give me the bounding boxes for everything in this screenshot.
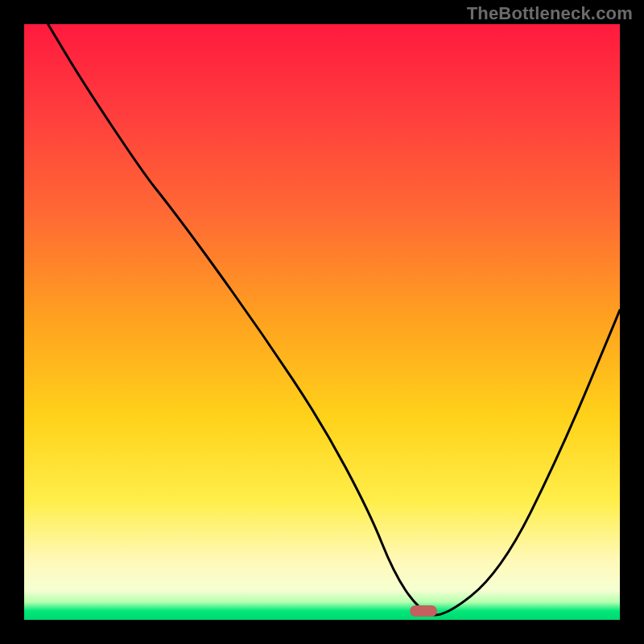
watermark-text: TheBottleneck.com [467, 3, 633, 24]
chart-frame: TheBottleneck.com [0, 0, 644, 644]
optimal-marker [410, 605, 437, 617]
bottleneck-curve-path [48, 24, 620, 615]
curve-svg [24, 24, 620, 620]
plot-area [24, 24, 620, 620]
